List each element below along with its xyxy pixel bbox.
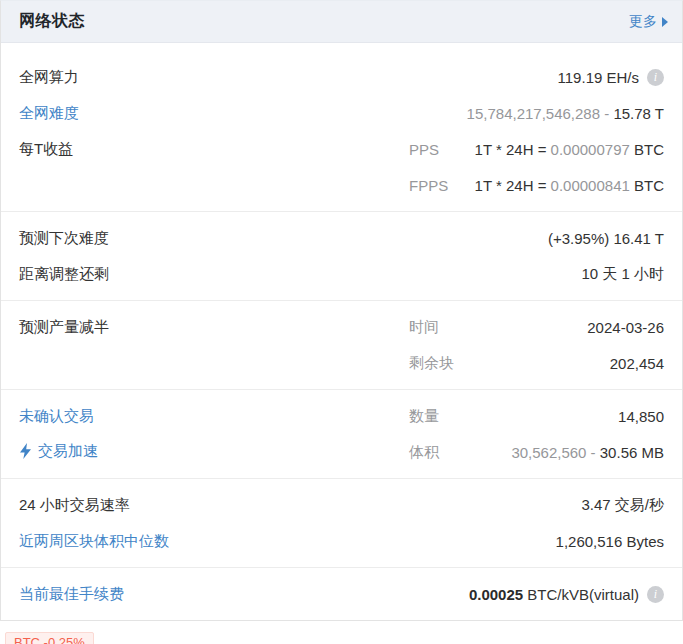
row-label-cell: 当前最佳手续费 [19, 585, 409, 604]
lightning-icon [19, 443, 32, 459]
predicted-halving-time-value: 2024-03-26 [439, 319, 664, 336]
value-text: 202,454 [610, 355, 664, 372]
value-text: 2024-03-26 [587, 319, 664, 336]
value-text: 14,850 [618, 408, 664, 425]
sub-label: PPS [409, 141, 439, 158]
predicted-halving-time-label: 预测产量减半 [19, 318, 109, 335]
value-text: 0.00025 BTC/kVB(virtual) [469, 586, 639, 603]
earnings-per-t-pps-label: 每T收益 [19, 140, 73, 157]
earnings-per-t-pps-value: 1T * 24H = 0.00000797 BTC [439, 141, 664, 158]
section: 当前最佳手续费0.00025 BTC/kVB(virtual)i [1, 567, 682, 620]
earnings-per-t-fpps-value: 1T * 24H = 0.00000841 BTC [448, 177, 664, 194]
row-median-block-size-2w: 近两周区块体积中位数1,260,516 Bytes [19, 523, 664, 559]
row-transaction-acceleration: 交易加速体积30,562,560 - 30.56 MB [19, 434, 664, 470]
row-network-hashrate: 全网算力119.19 EH/si [19, 59, 664, 95]
sub-label: 时间 [409, 318, 439, 337]
row-label-cell: 24 小时交易速率 [19, 496, 409, 515]
sub-label: FPPS [409, 177, 448, 194]
time-to-adjustment-label: 距离调整还剩 [19, 265, 109, 282]
value-text: (+3.95%) 16.41 T [548, 230, 664, 247]
tx-rate-24h-value: 3.47 交易/秒 [409, 496, 664, 515]
row-label-cell: 交易加速 [19, 442, 409, 463]
unconfirmed-transactions-value: 14,850 [439, 408, 664, 425]
row-label-cell: 全网算力 [19, 68, 409, 87]
row-earnings-per-t-fpps: FPPS1T * 24H = 0.00000841 BTC [19, 167, 664, 203]
row-predicted-halving-blocks: 剩余块202,454 [19, 345, 664, 381]
row-earnings-per-t-pps: 每T收益PPS1T * 24H = 0.00000797 BTC [19, 131, 664, 167]
row-time-to-adjustment: 距离调整还剩10 天 1 小时 [19, 256, 664, 292]
value-text: 119.19 EH/s [558, 69, 639, 86]
row-label-cell: 距离调整还剩 [19, 265, 409, 284]
card-header: 网络状态 更多 [1, 1, 682, 43]
row-network-difficulty: 全网难度15,784,217,546,288 - 15.78 T [19, 95, 664, 131]
row-predicted-halving-time: 预测产量减半时间2024-03-26 [19, 309, 664, 345]
card-title: 网络状态 [19, 11, 85, 32]
network-difficulty-label[interactable]: 全网难度 [19, 104, 79, 123]
row-label-cell: 预测产量减半 [19, 318, 409, 337]
info-icon[interactable]: i [647, 586, 664, 603]
network-hashrate-label: 全网算力 [19, 68, 79, 85]
row-tx-rate-24h: 24 小时交易速率3.47 交易/秒 [19, 487, 664, 523]
row-label-cell: 全网难度 [19, 104, 409, 123]
row-label-cell: 每T收益 [19, 140, 409, 159]
median-block-size-2w-value: 1,260,516 Bytes [409, 533, 664, 550]
row-unconfirmed-transactions: 未确认交易数量14,850 [19, 398, 664, 434]
median-block-size-2w-label[interactable]: 近两周区块体积中位数 [19, 532, 169, 551]
row-predicted-next-difficulty: 预测下次难度(+3.95%) 16.41 T [19, 220, 664, 256]
more-link-label: 更多 [629, 13, 657, 31]
value-text: 10 天 1 小时 [581, 265, 664, 284]
section: 全网算力119.19 EH/si全网难度15,784,217,546,288 -… [1, 43, 682, 211]
predicted-next-difficulty-value: (+3.95%) 16.41 T [409, 230, 664, 247]
more-arrow-icon [662, 17, 668, 27]
value-text: 1T * 24H = 0.00000797 BTC [475, 141, 664, 158]
current-best-fee-label[interactable]: 当前最佳手续费 [19, 585, 124, 604]
predicted-halving-blocks-value: 202,454 [454, 355, 664, 372]
time-to-adjustment-value: 10 天 1 小时 [409, 265, 664, 284]
section: 预测产量减半时间2024-03-26剩余块202,454 [1, 300, 682, 389]
transaction-acceleration-value: 30,562,560 - 30.56 MB [439, 444, 664, 461]
row-label-cell: 近两周区块体积中位数 [19, 532, 409, 551]
section: 预测下次难度(+3.95%) 16.41 T距离调整还剩10 天 1 小时 [1, 211, 682, 300]
network-status-card: 网络状态 更多 全网算力119.19 EH/si全网难度15,784,217,5… [0, 0, 683, 621]
value-text: 3.47 交易/秒 [581, 496, 664, 515]
row-current-best-fee: 当前最佳手续费0.00025 BTC/kVB(virtual)i [19, 576, 664, 612]
more-link[interactable]: 更多 [629, 13, 668, 31]
transaction-acceleration-label[interactable]: 交易加速 [19, 442, 98, 461]
value-text: 15,784,217,546,288 - 15.78 T [467, 105, 664, 122]
value-text: 30,562,560 - 30.56 MB [511, 444, 664, 461]
sub-label: 剩余块 [409, 354, 454, 373]
row-label-cell: 未确认交易 [19, 407, 409, 426]
section: 24 小时交易速率3.47 交易/秒近两周区块体积中位数1,260,516 By… [1, 478, 682, 567]
tx-rate-24h-label: 24 小时交易速率 [19, 496, 130, 513]
unconfirmed-transactions-label[interactable]: 未确认交易 [19, 407, 94, 426]
value-text: 1T * 24H = 0.00000841 BTC [475, 177, 664, 194]
section: 未确认交易数量14,850交易加速体积30,562,560 - 30.56 MB [1, 389, 682, 478]
current-best-fee-value: 0.00025 BTC/kVB(virtual)i [409, 586, 664, 603]
sub-label: 数量 [409, 407, 439, 426]
info-icon[interactable]: i [647, 69, 664, 86]
network-hashrate-value: 119.19 EH/si [409, 69, 664, 86]
btc-price-change-badge: BTC -0.25% [5, 632, 94, 644]
sub-label: 体积 [409, 443, 439, 462]
row-label-cell: 预测下次难度 [19, 229, 409, 248]
value-text: 1,260,516 Bytes [556, 533, 664, 550]
card-body: 全网算力119.19 EH/si全网难度15,784,217,546,288 -… [1, 43, 682, 620]
network-difficulty-value: 15,784,217,546,288 - 15.78 T [409, 105, 664, 122]
predicted-next-difficulty-label: 预测下次难度 [19, 229, 109, 246]
